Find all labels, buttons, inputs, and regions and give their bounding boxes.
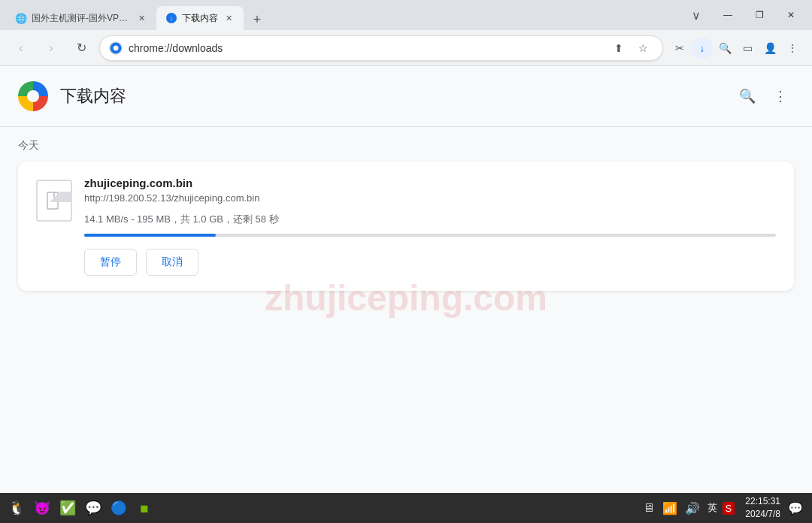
tab-chevron[interactable]: ∨ <box>686 5 707 26</box>
taskbar: 🐧 😈 ✅ 💬 🔵 ◼ 🖥 📶 🔊 英 S 22:15:31 2024/7/8 … <box>0 493 812 523</box>
back-button[interactable]: ‹ <box>9 36 33 60</box>
new-tab-button[interactable]: + <box>247 9 268 30</box>
taskbar-icon-qq[interactable]: 🐧 <box>6 497 27 518</box>
taskbar-icon-3[interactable]: ✅ <box>57 497 78 518</box>
toolbar-icons: ✂ ↓ 🔍 ▭ 👤 ⋮ <box>669 38 803 59</box>
taskbar-clock[interactable]: 22:15:31 2024/7/8 <box>745 495 780 521</box>
svg-rect-3 <box>47 192 58 209</box>
tray-ime-icon[interactable]: S <box>723 502 735 515</box>
tab-2-title: 下载内容 <box>182 12 218 25</box>
taskbar-icon-nvidia[interactable]: ◼ <box>134 497 155 518</box>
close-button[interactable]: ✕ <box>776 5 806 26</box>
restore-button[interactable]: ❐ <box>744 5 774 26</box>
page-content: 下载内容 🔍 ⋮ zhujiceping.com 今天 zhujiceping.… <box>0 66 812 493</box>
pause-button[interactable]: 暂停 <box>84 249 137 276</box>
url-display: chrome://downloads <box>129 42 602 54</box>
download-url: http://198.200.52.13/zhujiceping.com.bin <box>84 192 776 204</box>
chromium-favicon <box>109 41 123 55</box>
downloads-header-actions: 🔍 ⋮ <box>734 83 794 110</box>
cancel-button[interactable]: 取消 <box>146 249 198 276</box>
tab-bar: 🌐 国外主机测评-国外VPS、国外 ✕ ↓ 下载内容 ✕ + <box>6 0 686 30</box>
download-status: 14.1 MB/s - 195 MB，共 1.0 GB，还剩 58 秒 <box>84 213 776 226</box>
bookmark-icon[interactable]: ☆ <box>632 38 653 59</box>
taskbar-icon-bluetooth[interactable]: 🔵 <box>108 497 129 518</box>
url-bar[interactable]: chrome://downloads ⬆ ☆ <box>99 35 663 61</box>
download-card: zhujiceping.com.bin http://198.200.52.13… <box>18 162 794 291</box>
progress-bar-fill <box>84 234 216 237</box>
tray-volume-icon[interactable]: 🔊 <box>683 501 702 515</box>
tray-battery-icon[interactable]: 🖥 <box>641 501 657 515</box>
tab-1-favicon: 🌐 <box>15 12 27 24</box>
file-icon <box>36 180 72 222</box>
clock-date: 2024/7/8 <box>745 508 780 521</box>
tab-2-favicon: ↓ <box>165 12 177 24</box>
notification-button[interactable]: 💬 <box>785 497 806 518</box>
reload-button[interactable]: ↻ <box>69 36 93 60</box>
downloads-body: zhujiceping.com 今天 zhujiceping.com.bin h… <box>0 127 812 303</box>
downloads-logo <box>18 81 48 111</box>
downloads-menu-button[interactable]: ⋮ <box>767 83 794 110</box>
taskbar-tray: 🖥 📶 🔊 英 S <box>641 501 735 515</box>
search-icon[interactable]: 🔍 <box>714 38 735 59</box>
sidebar-icon[interactable]: ▭ <box>737 38 758 59</box>
forward-button[interactable]: › <box>39 36 63 60</box>
downloads-logo-inner <box>27 90 39 102</box>
download-indicator-icon[interactable]: ↓ <box>692 38 713 59</box>
profile-icon[interactable]: 👤 <box>759 38 780 59</box>
tray-lang-icon[interactable]: 英 <box>705 501 720 515</box>
progress-bar-container <box>84 234 776 237</box>
tab-2-close[interactable]: ✕ <box>223 12 235 24</box>
svg-point-2 <box>114 46 118 50</box>
downloads-search-button[interactable]: 🔍 <box>734 83 761 110</box>
share-icon[interactable]: ⬆ <box>608 38 629 59</box>
tab-1-close[interactable]: ✕ <box>135 12 147 24</box>
addressbar: ‹ › ↻ chrome://downloads ⬆ ☆ ✂ ↓ 🔍 ▭ 👤 ⋮ <box>0 30 812 66</box>
taskbar-icon-2[interactable]: 😈 <box>32 497 53 518</box>
section-today-label: 今天 <box>18 139 794 153</box>
download-filename: zhujiceping.com.bin <box>84 177 776 189</box>
tab-1-title: 国外主机测评-国外VPS、国外 <box>32 12 131 25</box>
tab-1[interactable]: 🌐 国外主机测评-国外VPS、国外 ✕ <box>6 6 156 30</box>
download-tab-icon: ↓ <box>166 13 177 23</box>
download-actions: 暂停 取消 <box>84 249 776 276</box>
minimize-button[interactable]: — <box>713 5 743 26</box>
extension-icon[interactable]: ✂ <box>669 38 690 59</box>
url-actions: ⬆ ☆ <box>608 38 653 59</box>
taskbar-icon-wechat[interactable]: 💬 <box>83 497 104 518</box>
page-title: 下载内容 <box>60 85 734 107</box>
file-icon-svg <box>47 192 62 210</box>
tray-network-icon[interactable]: 📶 <box>660 501 680 515</box>
menu-icon[interactable]: ⋮ <box>782 38 803 59</box>
clock-time: 22:15:31 <box>745 495 780 508</box>
download-info: zhujiceping.com.bin http://198.200.52.13… <box>84 177 776 276</box>
tab-2[interactable]: ↓ 下载内容 ✕ <box>156 6 244 30</box>
downloads-header: 下载内容 🔍 ⋮ <box>0 66 812 127</box>
window-controls: — ❐ ✕ <box>713 5 806 26</box>
titlebar: 🌐 国外主机测评-国外VPS、国外 ✕ ↓ 下载内容 ✕ + ∨ — ❐ ✕ <box>0 0 812 30</box>
